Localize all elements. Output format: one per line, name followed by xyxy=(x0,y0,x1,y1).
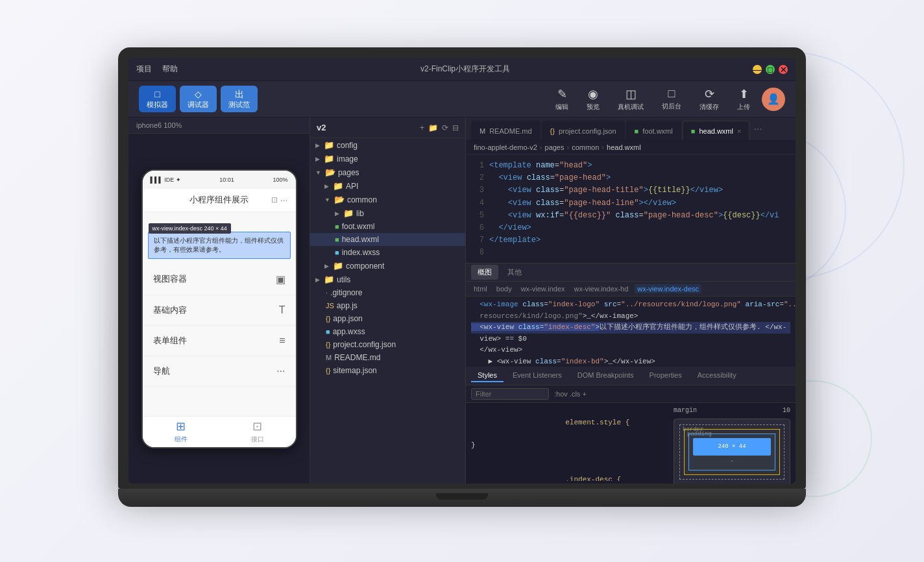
menu-project[interactable]: 项目 xyxy=(136,64,152,75)
more-tabs-button[interactable]: ··· xyxy=(751,123,764,135)
html-code-line-highlighted: <wx-view class="index-desc">以下描述小程序官方组件能… xyxy=(471,322,790,334)
path-index-desc[interactable]: wx-view.index-desc xyxy=(635,284,701,293)
breadcrumb-pages: pages xyxy=(545,143,565,151)
tree-app-js[interactable]: JS app.js xyxy=(310,299,465,312)
tree-pages[interactable]: ▼ 📂 pages xyxy=(310,165,465,179)
maximize-button[interactable]: □ xyxy=(766,65,775,74)
new-file-icon[interactable]: + xyxy=(420,123,424,132)
tab-readme[interactable]: M README.md xyxy=(471,121,541,140)
inspector-area: 概图 其他 html body wx-view.index wx-view.in… xyxy=(466,263,796,483)
code-line-3: <view class="page-head-title">{{title}}<… xyxy=(489,184,790,197)
phone-time: 10:01 xyxy=(219,177,234,183)
collapse-icon[interactable]: ⊟ xyxy=(452,123,459,132)
simulator-topbar: iphone6 100% xyxy=(128,117,310,134)
folder-icon: 📁 xyxy=(324,140,334,150)
path-index[interactable]: wx-view.index xyxy=(518,284,568,293)
path-index-hd[interactable]: wx-view.index-hd xyxy=(572,284,631,293)
upload-icon: ⬆ xyxy=(739,87,749,101)
refresh-icon[interactable]: ⟳ xyxy=(442,123,448,132)
inspector-view-tabs: 概图 其他 xyxy=(466,263,796,282)
real-debug-action[interactable]: ◫ 真机调试 xyxy=(611,84,650,114)
tree-gitignore[interactable]: · .gitignore xyxy=(310,286,465,299)
styles-filter-input[interactable] xyxy=(471,388,549,400)
box-margin: border - padding - 240 × 44 xyxy=(679,424,784,480)
titlebar-menu: 项目 帮助 xyxy=(136,64,178,75)
upload-action[interactable]: ⬆ 上传 xyxy=(731,84,757,114)
tree-common[interactable]: ▼ 📂 common xyxy=(310,193,465,206)
tab-close-button[interactable]: × xyxy=(737,127,741,135)
html-code-line: </wx-view> xyxy=(471,345,790,356)
menu-help[interactable]: 帮助 xyxy=(162,64,178,75)
minimize-button[interactable]: — xyxy=(753,65,762,74)
tree-api[interactable]: ▶ 📁 API xyxy=(310,179,465,193)
tree-lib[interactable]: ▶ 📁 lib xyxy=(310,206,465,220)
background-action[interactable]: □ 切后台 xyxy=(655,84,688,114)
simulator-button[interactable]: □ 模拟器 xyxy=(139,86,176,113)
debugger-button[interactable]: ◇ 调试器 xyxy=(180,86,217,113)
menu-item-form[interactable]: 表单组件 ≡ xyxy=(143,326,296,356)
laptop-screen-bezel: 项目 帮助 v2-FinClip小程序开发工具 — □ ✕ □ 模拟器 xyxy=(118,47,806,489)
desc-tooltip: wx-view.index-desc 240 × 44 xyxy=(149,223,231,234)
preview-action[interactable]: ◉ 预览 xyxy=(580,84,606,114)
tree-utils[interactable]: ▶ 📁 utils xyxy=(310,273,465,286)
styles-tab[interactable]: Styles xyxy=(471,369,504,382)
insp-tab-overview[interactable]: 概图 xyxy=(471,265,498,280)
app-titlebar: 项目 帮助 v2-FinClip小程序开发工具 — □ ✕ xyxy=(128,58,796,81)
phone-battery: 100% xyxy=(273,177,287,183)
path-body[interactable]: body xyxy=(494,284,515,293)
clear-cache-action[interactable]: ⟳ 清缓存 xyxy=(693,84,725,114)
tab-readme-label: README.md xyxy=(489,127,531,135)
properties-tab[interactable]: Properties xyxy=(643,369,688,382)
laptop-screen: 项目 帮助 v2-FinClip小程序开发工具 — □ ✕ □ 模拟器 xyxy=(128,58,796,483)
user-avatar[interactable]: 👤 xyxy=(762,88,785,111)
menu-views-label: 视图容器 xyxy=(153,273,187,285)
tab-foot-wxml[interactable]: ■ foot.wxml xyxy=(626,121,681,140)
tree-app-json[interactable]: {} app.json xyxy=(310,312,465,325)
edit-action[interactable]: ✎ 编辑 xyxy=(549,84,575,114)
tree-project-config[interactable]: {} project.config.json xyxy=(310,338,465,351)
tree-item-label: README.md xyxy=(334,353,380,362)
close-button[interactable]: ✕ xyxy=(779,65,788,74)
nav-api[interactable]: ⊡ 接口 xyxy=(251,419,264,444)
tree-app-wxss[interactable]: ■ app.wxss xyxy=(310,325,465,338)
code-content[interactable]: <template name="head"> <view class="page… xyxy=(489,160,796,258)
tree-index-wxss[interactable]: ■ index.wxss xyxy=(310,246,465,259)
tree-head-wxml[interactable]: ■ head.wxml xyxy=(310,233,465,246)
tree-config[interactable]: ▶ 📁 config xyxy=(310,138,465,152)
tab-project-config[interactable]: {} project.config.json xyxy=(542,121,625,140)
event-listeners-tab[interactable]: Event Listeners xyxy=(506,369,568,382)
simulator-panel: iphone6 100% ▌▌▌ IDE ✦ 10:01 100% xyxy=(128,117,310,483)
folder-icon: 📁 xyxy=(333,261,343,271)
debugger-label: 调试器 xyxy=(188,101,209,109)
tree-foot-wxml[interactable]: ■ foot.wxml xyxy=(310,220,465,233)
debugger-icon: ◇ xyxy=(195,89,202,100)
style-element: element.style { xyxy=(471,406,668,440)
box-model-label: margin xyxy=(674,406,697,416)
nav-components[interactable]: ⊞ 组件 xyxy=(175,419,188,444)
accessibility-tab[interactable]: Accessibility xyxy=(691,369,743,382)
tree-sitemap[interactable]: {} sitemap.json xyxy=(310,364,465,377)
path-html[interactable]: html xyxy=(471,284,490,293)
devtools-tabs: Styles Event Listeners DOM Breakpoints P… xyxy=(466,367,796,385)
expand-icon: ⊡ xyxy=(271,195,278,204)
tree-item-label: index.wxss xyxy=(342,248,380,257)
menu-item-nav[interactable]: 导航 ··· xyxy=(143,356,296,387)
api-nav-icon: ⊡ xyxy=(252,419,262,434)
test-button[interactable]: 出 测试范 xyxy=(221,86,258,113)
json-file-icon: {} xyxy=(326,315,330,323)
tree-readme[interactable]: M README.md xyxy=(310,351,465,364)
box-border: padding - 240 × 44 - xyxy=(684,429,780,475)
clear-cache-icon: ⟳ xyxy=(705,87,714,101)
insp-tab-other[interactable]: 其他 xyxy=(501,265,528,280)
tab-head-wxml[interactable]: ■ head.wxml × xyxy=(683,121,750,140)
code-editor: 12345678 <template name="head"> <view cl… xyxy=(466,154,796,263)
tree-image[interactable]: ▶ 📁 image xyxy=(310,152,465,165)
api-nav-label: 接口 xyxy=(251,435,264,444)
code-line-7: </template> xyxy=(489,234,790,247)
tree-component[interactable]: ▶ 📁 component xyxy=(310,259,465,273)
menu-item-views[interactable]: 视图容器 ▣ xyxy=(143,264,296,295)
box-bottom-value: - xyxy=(693,457,771,466)
dom-breakpoints-tab[interactable]: DOM Breakpoints xyxy=(571,369,640,382)
new-folder-icon[interactable]: 📁 xyxy=(428,123,438,132)
menu-item-basic[interactable]: 基础内容 T xyxy=(143,295,296,326)
